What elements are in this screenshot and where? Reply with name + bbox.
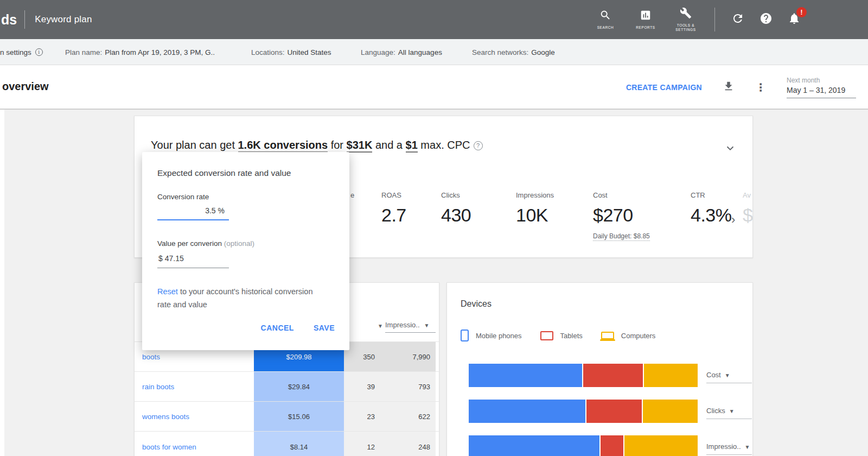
plan-settings-bar: n settings i Plan name: Plan from Apr 19… [0, 39, 868, 65]
devices-title: Devices [461, 299, 492, 309]
legend-mobile-phones: Mobile phones [461, 330, 522, 341]
keyword-link[interactable]: rain boots [135, 372, 254, 401]
impressions-metric-dropdown[interactable]: Impressio..▼ [706, 442, 752, 455]
cost-cell: $29.84 [254, 372, 344, 401]
plan-name-label: Plan name: [65, 48, 102, 56]
search-button[interactable]: SEARCH [589, 9, 622, 30]
keyword-link[interactable]: boots for women [135, 432, 254, 456]
clicks-cell: 39 [344, 372, 381, 401]
impressions-dropdown-label: Impressio.. [706, 442, 741, 451]
dialog-buttons: CANCEL SAVE [261, 324, 335, 332]
cost-cell: $15.06 [254, 402, 344, 431]
create-campaign-button[interactable]: CREATE CAMPAIGN [626, 83, 702, 92]
reports-button[interactable]: REPORTS [629, 9, 662, 30]
more-options-button[interactable]: ⋮ [755, 83, 766, 92]
cost-bar-computer-segment [643, 364, 698, 387]
locations-value: United States [288, 48, 331, 56]
table-row[interactable]: boots for women $8.14 12 248 [135, 431, 440, 456]
impressions-cell: 793 [381, 372, 436, 401]
impressions-cell: 248 [381, 432, 436, 456]
keyword-link[interactable]: womens boots [135, 402, 254, 431]
clicks-cell: 23 [344, 402, 381, 431]
daily-budget-link[interactable]: Daily Budget: $8.85 [593, 232, 650, 241]
legend-computers: Computers [601, 332, 656, 340]
clicks-bar-computer-segment [642, 400, 698, 423]
conversion-rate-input[interactable]: 3.5 % [157, 206, 229, 220]
conversion-rate-label: Conversion rate [157, 193, 209, 201]
metric-roas-value: 2.7 [381, 205, 406, 226]
save-button[interactable]: SAVE [314, 324, 335, 332]
locations-field[interactable]: Locations: United States [251, 39, 331, 65]
metric-next-label: Av [743, 191, 752, 199]
cost-bar-mobile-segment [469, 364, 582, 387]
page-title: overview [2, 80, 49, 93]
help-button[interactable] [752, 12, 780, 27]
impressions-cell: 622 [381, 402, 436, 431]
plan-name-value: Plan from Apr 19, 2019, 3 PM, G.. [105, 48, 215, 56]
clicks-cell: 12 [344, 432, 381, 456]
expected-conversion-dialog: Expected conversion rate and value Conve… [142, 152, 349, 350]
headline-mid2: and a [372, 139, 405, 151]
language-field[interactable]: Language: All languages [361, 39, 442, 65]
clicks-bar-mobile-segment [469, 400, 585, 423]
chevron-down-icon[interactable] [724, 142, 736, 156]
headline-cpc[interactable]: $1 [406, 139, 418, 153]
impressions-column-header[interactable]: Impressio..▼ [385, 321, 436, 333]
clicks-bar-tablet-segment [585, 400, 641, 423]
search-networks-field[interactable]: Search networks: Google [472, 39, 555, 65]
impressions-bar-mobile-segment [469, 435, 599, 456]
plan-settings-link[interactable]: n settings i [0, 39, 43, 65]
app-title: Keyword plan [35, 14, 92, 25]
metric-ctr: CTR 4.3% [691, 191, 732, 226]
notifications-button[interactable]: ! [780, 12, 808, 27]
refresh-button[interactable] [724, 12, 752, 27]
language-label: Language: [361, 48, 395, 56]
plan-name-field[interactable]: Plan name: Plan from Apr 19, 2019, 3 PM,… [65, 39, 215, 65]
impressions-bar-computer-segment [623, 435, 698, 456]
value-per-conversion-input[interactable]: $ 47.15 [157, 254, 229, 268]
date-range-value: May 1 – 31, 2019 [787, 86, 856, 94]
metric-roas: ROAS 2.7 [381, 191, 406, 226]
cancel-button[interactable]: CANCEL [261, 324, 294, 332]
headline-help-icon[interactable]: ? [474, 141, 483, 150]
impressions-stacked-bar [469, 435, 698, 456]
mobile-phone-icon [461, 330, 469, 341]
tools-settings-button[interactable]: TOOLS & SETTINGS [669, 7, 703, 32]
search-label: SEARCH [597, 26, 614, 30]
help-icon [760, 12, 773, 27]
table-row[interactable]: rain boots $29.84 39 793 [135, 371, 440, 401]
wrench-icon [680, 7, 692, 21]
date-range-picker[interactable]: Next month May 1 – 31, 2019 [787, 77, 856, 98]
metric-cost-label: Cost [593, 191, 650, 199]
cost-metric-dropdown[interactable]: Cost▼ [706, 371, 752, 383]
headline-conversions[interactable]: 1.6K conversions [238, 139, 328, 153]
metric-impressions-label: Impressions [516, 191, 554, 199]
reset-text: Reset to your account's historical conve… [157, 285, 320, 311]
top-app-bar: ds Keyword plan SEARCH REPORTS TOOLS & [0, 0, 868, 39]
chevron-right-icon[interactable]: › [731, 213, 735, 227]
clicks-dropdown-label: Clicks [706, 407, 725, 415]
download-button[interactable] [723, 80, 735, 94]
metric-cost-value: $270 [593, 205, 650, 226]
metric-next-value: $ [743, 205, 752, 226]
reset-link[interactable]: Reset [157, 287, 178, 296]
info-icon: i [35, 48, 43, 56]
dialog-title: Expected conversion rate and value [157, 168, 291, 178]
legend-computers-label: Computers [621, 332, 656, 340]
metric-ctr-label: CTR [691, 191, 732, 199]
legend-tablets: Tablets [540, 331, 583, 340]
devices-panel: Devices Mobile phones Tablets Computers … [446, 282, 753, 456]
clicks-column-sort-dropdown[interactable]: ▼ [367, 323, 383, 329]
reset-text-rest: to your account's historical conversion … [157, 287, 312, 309]
cost-cell: $8.14 [254, 432, 344, 456]
left-edge-strip [0, 110, 4, 456]
headline-cost[interactable]: $31K [347, 139, 373, 153]
metric-roas-label: ROAS [381, 191, 406, 199]
clicks-metric-dropdown[interactable]: Clicks▼ [706, 407, 752, 419]
page-header: overview CREATE CAMPAIGN ⋮ Next month Ma… [0, 65, 868, 110]
table-row[interactable]: womens boots $15.06 23 622 [135, 401, 440, 431]
metric-clicks: Clicks 430 [441, 191, 471, 226]
plan-headline: Your plan can get 1.6K conversions for $… [151, 139, 483, 151]
value-optional-text: (optional) [224, 239, 254, 248]
search-networks-label: Search networks: [472, 48, 528, 56]
